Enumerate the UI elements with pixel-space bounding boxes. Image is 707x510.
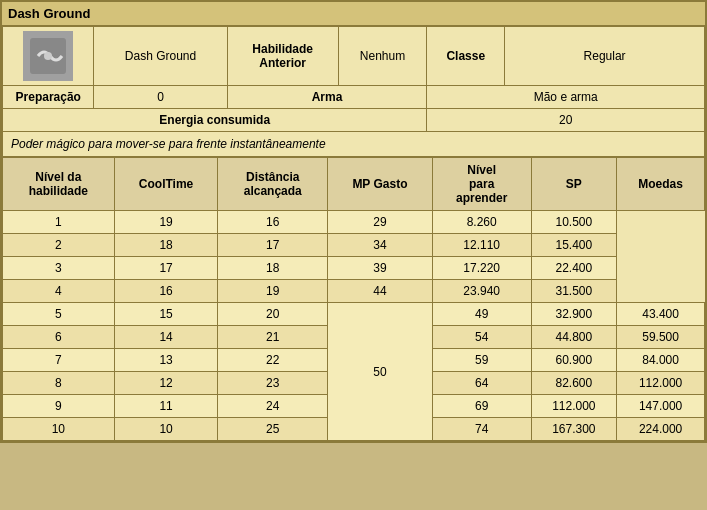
classe-value: Regular (505, 27, 705, 86)
skill-name: Dash Ground (125, 49, 196, 63)
table-row: 11916298.26010.500 (3, 211, 705, 234)
col-moedas: Moedas (617, 158, 705, 211)
title-bar: Dash Ground (2, 2, 705, 26)
table-row: 218173412.11015.400 (3, 234, 705, 257)
arma-value: Mão e arma (427, 86, 705, 109)
skill-icon (23, 31, 73, 81)
description: Poder mágico para mover-se para frente i… (3, 132, 705, 157)
col-distancia: Distânciaalcançada (218, 158, 328, 211)
preparacao-label: Preparação (3, 86, 94, 109)
page-title: Dash Ground (8, 6, 90, 21)
main-container: Dash Ground Dash Ground Habilidade Anter… (0, 0, 707, 443)
table-row: 51520504932.90043.400 (3, 303, 705, 326)
energia-label: Energia consumida (3, 109, 427, 132)
arma-label: Arma (227, 86, 427, 109)
table-row: 416194423.94031.500 (3, 280, 705, 303)
skill-name-cell: Dash Ground (94, 27, 227, 86)
info-table: Dash Ground Habilidade Anterior Nenhum C… (2, 26, 705, 157)
col-cooltime: CoolTime (114, 158, 218, 211)
col-nivel: Nível dahabilidade (3, 158, 115, 211)
table-row: 317183917.22022.400 (3, 257, 705, 280)
svg-point-1 (44, 52, 52, 60)
energia-value: 20 (427, 109, 705, 132)
classe-label: Classe (427, 27, 505, 86)
habilidade-anterior-label: Habilidade Anterior (227, 27, 338, 86)
col-mp: MP Gasto (328, 158, 433, 211)
preparacao-value: 0 (94, 86, 227, 109)
data-table: Nível dahabilidade CoolTime Distânciaalc… (2, 157, 705, 441)
col-nivel-aprender: Nívelparaaprender (432, 158, 531, 211)
habilidade-anterior-value: Nenhum (338, 27, 427, 86)
col-sp: SP (531, 158, 617, 211)
